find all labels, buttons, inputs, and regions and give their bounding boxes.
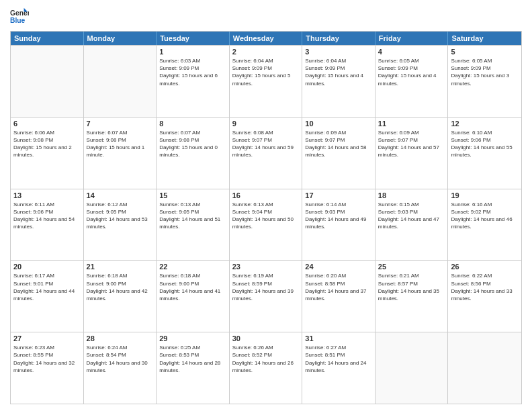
cell-info: Sunrise: 6:09 AMSunset: 9:07 PMDaylight:… — [305, 129, 372, 159]
calendar-cell — [448, 332, 521, 404]
cell-info: Sunrise: 6:15 AMSunset: 9:03 PMDaylight:… — [378, 201, 445, 231]
day-number: 16 — [232, 191, 300, 199]
cell-info: Sunrise: 6:20 AMSunset: 8:58 PMDaylight:… — [305, 272, 372, 302]
cell-info: Sunrise: 6:19 AMSunset: 8:59 PMDaylight:… — [232, 272, 300, 302]
calendar-cell: 12Sunrise: 6:10 AMSunset: 9:06 PMDayligh… — [448, 118, 521, 189]
calendar-cell: 27Sunrise: 6:23 AMSunset: 8:55 PMDayligh… — [11, 332, 84, 404]
day-number: 29 — [159, 334, 226, 342]
calendar-cell: 24Sunrise: 6:20 AMSunset: 8:58 PMDayligh… — [302, 261, 375, 332]
weekday-header: Monday — [84, 32, 157, 45]
cell-info: Sunrise: 6:10 AMSunset: 9:06 PMDaylight:… — [451, 129, 519, 159]
day-number: 6 — [13, 120, 81, 128]
cell-info: Sunrise: 6:08 AMSunset: 9:07 PMDaylight:… — [232, 129, 300, 159]
calendar-cell: 4Sunrise: 6:05 AMSunset: 9:09 PMDaylight… — [375, 46, 449, 117]
calendar-cell: 15Sunrise: 6:13 AMSunset: 9:05 PMDayligh… — [157, 189, 230, 261]
calendar-row: 20Sunrise: 6:17 AMSunset: 9:01 PMDayligh… — [11, 260, 521, 332]
day-number: 30 — [232, 334, 300, 342]
calendar-cell: 18Sunrise: 6:15 AMSunset: 9:03 PMDayligh… — [375, 189, 449, 261]
day-number: 4 — [378, 48, 445, 56]
calendar-cell: 2Sunrise: 6:04 AMSunset: 9:09 PMDaylight… — [230, 46, 303, 117]
cell-info: Sunrise: 6:18 AMSunset: 9:00 PMDaylight:… — [159, 272, 226, 302]
calendar-cell: 22Sunrise: 6:18 AMSunset: 9:00 PMDayligh… — [157, 261, 230, 332]
calendar-cell: 28Sunrise: 6:24 AMSunset: 8:54 PMDayligh… — [84, 332, 157, 404]
day-number: 10 — [305, 120, 372, 128]
day-number: 11 — [378, 120, 445, 128]
day-number: 21 — [87, 263, 154, 271]
cell-info: Sunrise: 6:25 AMSunset: 8:53 PMDaylight:… — [159, 344, 226, 374]
calendar-cell: 26Sunrise: 6:22 AMSunset: 8:56 PMDayligh… — [448, 261, 521, 332]
day-number: 13 — [13, 191, 81, 199]
day-number: 31 — [305, 334, 372, 342]
day-number: 15 — [159, 191, 226, 199]
svg-text:Blue: Blue — [10, 17, 26, 24]
day-number: 25 — [378, 263, 445, 271]
cell-info: Sunrise: 6:04 AMSunset: 9:09 PMDaylight:… — [232, 57, 300, 87]
day-number: 20 — [13, 263, 81, 271]
cell-info: Sunrise: 6:14 AMSunset: 9:03 PMDaylight:… — [305, 201, 372, 231]
calendar-cell: 9Sunrise: 6:08 AMSunset: 9:07 PMDaylight… — [230, 118, 303, 189]
calendar-row: 27Sunrise: 6:23 AMSunset: 8:55 PMDayligh… — [11, 332, 521, 404]
calendar-cell: 7Sunrise: 6:07 AMSunset: 9:08 PMDaylight… — [84, 118, 157, 189]
calendar-header: SundayMondayTuesdayWednesdayThursdayFrid… — [11, 32, 521, 45]
calendar-cell — [84, 46, 157, 117]
calendar-cell: 29Sunrise: 6:25 AMSunset: 8:53 PMDayligh… — [157, 332, 230, 404]
cell-info: Sunrise: 6:06 AMSunset: 9:08 PMDaylight:… — [13, 129, 81, 159]
day-number: 14 — [87, 191, 154, 199]
day-number: 1 — [159, 48, 226, 56]
cell-info: Sunrise: 6:27 AMSunset: 8:51 PMDaylight:… — [305, 344, 372, 374]
logo-icon: General Blue — [10, 7, 29, 26]
cell-info: Sunrise: 6:07 AMSunset: 9:08 PMDaylight:… — [87, 129, 154, 159]
calendar-cell — [11, 46, 84, 117]
calendar-cell: 11Sunrise: 6:09 AMSunset: 9:07 PMDayligh… — [375, 118, 449, 189]
day-number: 5 — [451, 48, 519, 56]
cell-info: Sunrise: 6:05 AMSunset: 9:09 PMDaylight:… — [451, 57, 519, 87]
cell-info: Sunrise: 6:17 AMSunset: 9:01 PMDaylight:… — [13, 272, 81, 302]
day-number: 22 — [159, 263, 226, 271]
day-number: 2 — [232, 48, 300, 56]
cell-info: Sunrise: 6:04 AMSunset: 9:09 PMDaylight:… — [305, 57, 372, 87]
calendar-cell: 31Sunrise: 6:27 AMSunset: 8:51 PMDayligh… — [302, 332, 375, 404]
cell-info: Sunrise: 6:13 AMSunset: 9:04 PMDaylight:… — [232, 201, 300, 231]
day-number: 8 — [159, 120, 226, 128]
cell-info: Sunrise: 6:05 AMSunset: 9:09 PMDaylight:… — [378, 57, 445, 87]
cell-info: Sunrise: 6:03 AMSunset: 9:09 PMDaylight:… — [159, 57, 226, 87]
day-number: 26 — [451, 263, 519, 271]
calendar-cell: 17Sunrise: 6:14 AMSunset: 9:03 PMDayligh… — [302, 189, 375, 261]
calendar-row: 1Sunrise: 6:03 AMSunset: 9:09 PMDaylight… — [11, 45, 521, 117]
page-header: General Blue — [10, 7, 522, 26]
calendar-cell: 1Sunrise: 6:03 AMSunset: 9:09 PMDaylight… — [157, 46, 230, 117]
calendar-cell: 21Sunrise: 6:18 AMSunset: 9:00 PMDayligh… — [84, 261, 157, 332]
day-number: 17 — [305, 191, 372, 199]
calendar-cell: 10Sunrise: 6:09 AMSunset: 9:07 PMDayligh… — [302, 118, 375, 189]
day-number: 28 — [87, 334, 154, 342]
cell-info: Sunrise: 6:09 AMSunset: 9:07 PMDaylight:… — [378, 129, 445, 159]
day-number: 18 — [378, 191, 445, 199]
weekday-header: Thursday — [302, 32, 375, 45]
cell-info: Sunrise: 6:11 AMSunset: 9:06 PMDaylight:… — [13, 201, 81, 231]
calendar-cell: 23Sunrise: 6:19 AMSunset: 8:59 PMDayligh… — [230, 261, 303, 332]
cell-info: Sunrise: 6:16 AMSunset: 9:02 PMDaylight:… — [451, 201, 519, 231]
cell-info: Sunrise: 6:21 AMSunset: 8:57 PMDaylight:… — [378, 272, 445, 302]
day-number: 23 — [232, 263, 300, 271]
weekday-header: Tuesday — [157, 32, 230, 45]
cell-info: Sunrise: 6:07 AMSunset: 9:08 PMDaylight:… — [159, 129, 226, 159]
calendar-cell: 6Sunrise: 6:06 AMSunset: 9:08 PMDaylight… — [11, 118, 84, 189]
calendar-cell: 19Sunrise: 6:16 AMSunset: 9:02 PMDayligh… — [448, 189, 521, 261]
day-number: 3 — [305, 48, 372, 56]
cell-info: Sunrise: 6:26 AMSunset: 8:52 PMDaylight:… — [232, 344, 300, 374]
cell-info: Sunrise: 6:22 AMSunset: 8:56 PMDaylight:… — [451, 272, 519, 302]
calendar-cell: 5Sunrise: 6:05 AMSunset: 9:09 PMDaylight… — [448, 46, 521, 117]
day-number: 9 — [232, 120, 300, 128]
calendar-cell: 30Sunrise: 6:26 AMSunset: 8:52 PMDayligh… — [230, 332, 303, 404]
weekday-header: Wednesday — [230, 32, 303, 45]
weekday-header: Saturday — [448, 32, 521, 45]
calendar-cell: 16Sunrise: 6:13 AMSunset: 9:04 PMDayligh… — [230, 189, 303, 261]
logo: General Blue — [10, 7, 29, 26]
cell-info: Sunrise: 6:18 AMSunset: 9:00 PMDaylight:… — [87, 272, 154, 302]
calendar-cell: 13Sunrise: 6:11 AMSunset: 9:06 PMDayligh… — [11, 189, 84, 261]
day-number: 12 — [451, 120, 519, 128]
calendar-cell: 20Sunrise: 6:17 AMSunset: 9:01 PMDayligh… — [11, 261, 84, 332]
calendar: SundayMondayTuesdayWednesdayThursdayFrid… — [10, 31, 522, 404]
cell-info: Sunrise: 6:12 AMSunset: 9:05 PMDaylight:… — [87, 201, 154, 231]
day-number: 24 — [305, 263, 372, 271]
